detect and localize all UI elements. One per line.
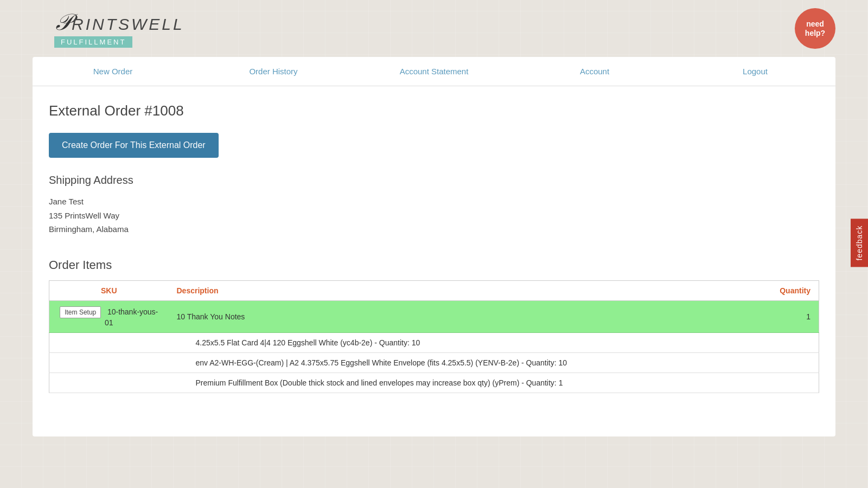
table-cell-description: env A2-WH-EGG-(Cream) | A2 4.375x5.75 Eg… (169, 352, 754, 373)
nav-logout[interactable]: Logout (675, 57, 835, 86)
table-cell-quantity-empty (754, 373, 819, 393)
table-row: Item Setup 10-thank-yous-01 10 Thank You… (49, 300, 819, 332)
item-setup-badge: Item Setup (60, 306, 101, 318)
create-order-button[interactable]: Create Order For This External Order (49, 133, 219, 158)
table-cell-quantity-empty (754, 332, 819, 352)
table-cell-badge-sku: Item Setup 10-thank-yous-01 (49, 300, 169, 332)
col-header-quantity: Quantity (754, 280, 819, 300)
page-title: External Order #1008 (49, 102, 819, 119)
main-container: New Order Order History Account Statemen… (33, 57, 835, 436)
shipping-name: Jane Test (49, 195, 819, 209)
logo: 𝒫RINTSWELL FULFILLMENT (54, 9, 184, 48)
nav-bar: New Order Order History Account Statemen… (33, 57, 835, 86)
logo-subtitle: FULFILLMENT (54, 36, 132, 48)
table-cell-description: 4.25x5.5 Flat Card 4|4 120 Eggshell Whit… (169, 332, 754, 352)
table-row: Premium Fulfillment Box (Double thick st… (49, 373, 819, 393)
table-header-row: SKU Description Quantity (49, 280, 819, 300)
items-table: SKU Description Quantity Item Setup 10-t… (49, 280, 819, 393)
feedback-container: feedback (851, 219, 868, 269)
logo-text: 𝒫RINTSWELL (54, 9, 184, 35)
order-items-title: Order Items (49, 258, 819, 272)
table-cell-description: 10 Thank You Notes (169, 300, 754, 332)
table-cell-sku-empty (49, 352, 169, 373)
feedback-button[interactable]: feedback (851, 219, 868, 267)
nav-account-statement[interactable]: Account Statement (354, 57, 514, 86)
shipping-address: Jane Test 135 PrintsWell Way Birmingham,… (49, 195, 819, 236)
shipping-section-title: Shipping Address (49, 174, 819, 187)
nav-order-history[interactable]: Order History (193, 57, 354, 86)
table-cell-description: Premium Fulfillment Box (Double thick st… (169, 373, 754, 393)
table-cell-sku-empty (49, 373, 169, 393)
table-cell-quantity-empty (754, 352, 819, 373)
col-header-description: Description (169, 280, 754, 300)
col-header-sku: SKU (49, 280, 169, 300)
content: External Order #1008 Create Order For Th… (33, 86, 835, 409)
table-row: env A2-WH-EGG-(Cream) | A2 4.375x5.75 Eg… (49, 352, 819, 373)
nav-new-order[interactable]: New Order (33, 57, 193, 86)
shipping-address2: Birmingham, Alabama (49, 222, 819, 236)
table-row: 4.25x5.5 Flat Card 4|4 120 Eggshell Whit… (49, 332, 819, 352)
help-button[interactable]: need help? (795, 8, 835, 49)
table-cell-quantity: 1 (754, 300, 819, 332)
table-cell-sku-empty (49, 332, 169, 352)
shipping-address1: 135 PrintsWell Way (49, 209, 819, 223)
header: 𝒫RINTSWELL FULFILLMENT need help? (0, 0, 868, 57)
table-cell-sku: 10-thank-yous-01 (105, 307, 158, 327)
nav-account[interactable]: Account (514, 57, 675, 86)
